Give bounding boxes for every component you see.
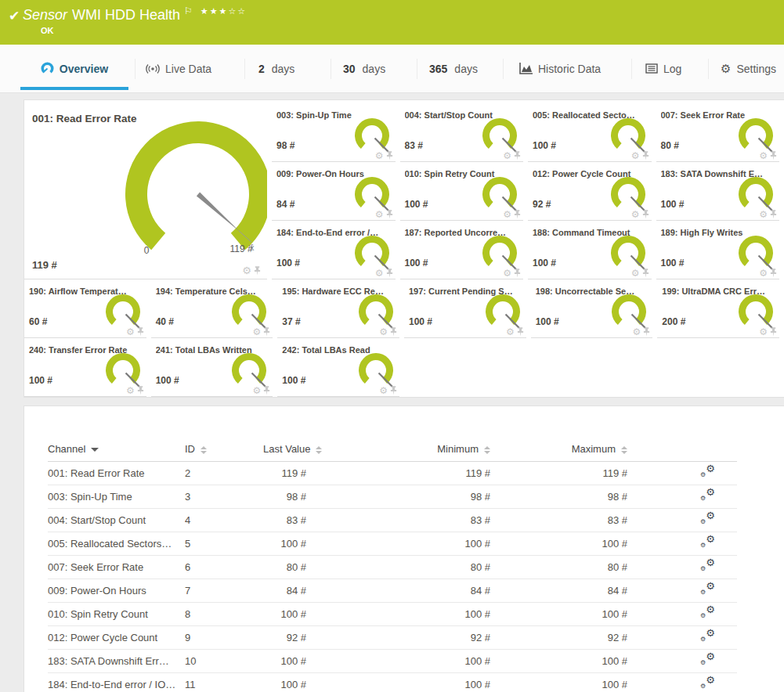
last-value-cell: 100 # bbox=[263, 532, 318, 555]
channel-settings-icon[interactable]: ⚙⚙ bbox=[700, 653, 715, 666]
pin-icon[interactable] bbox=[770, 269, 777, 278]
pin-icon[interactable] bbox=[386, 210, 393, 219]
channel-settings-icon[interactable]: ⚙⚙ bbox=[700, 676, 715, 690]
pin-icon[interactable] bbox=[390, 327, 397, 337]
tab-live-data[interactable]: Live Data bbox=[146, 45, 211, 92]
tab-2-days[interactable]: 2days bbox=[258, 45, 294, 92]
sensor-tab-bar: OverviewLive Data2days30days365daysHisto… bbox=[0, 45, 784, 93]
tab-overview[interactable]: Overview bbox=[20, 45, 128, 92]
gear-icon[interactable]: ⚙ bbox=[503, 210, 511, 219]
tab-settings[interactable]: ⚙Settings bbox=[721, 45, 776, 92]
pin-icon[interactable] bbox=[390, 386, 397, 395]
channel-settings-icon[interactable]: ⚙⚙ bbox=[700, 535, 715, 549]
pin-icon[interactable] bbox=[643, 327, 650, 337]
gauge-tile-actions: ⚙ bbox=[375, 210, 393, 219]
channel-settings-icon[interactable]: ⚙⚙ bbox=[700, 606, 715, 619]
gear-icon[interactable]: ⚙ bbox=[253, 327, 262, 337]
channel-cell[interactable]: 010: Spin Retry Count bbox=[48, 602, 185, 625]
pin-icon[interactable] bbox=[514, 210, 521, 219]
gear-icon[interactable]: ⚙ bbox=[759, 269, 768, 278]
gear-icon[interactable]: ⚙ bbox=[759, 327, 768, 337]
priority-stars[interactable]: ★★★☆☆ bbox=[201, 6, 247, 16]
gear-icon[interactable]: ⚙ bbox=[759, 151, 768, 160]
gear-icon[interactable]: ⚙ bbox=[126, 327, 135, 337]
pin-icon[interactable] bbox=[263, 327, 270, 337]
gear-icon[interactable]: ⚙ bbox=[633, 327, 641, 337]
gauge-tile-value: 119 # bbox=[32, 259, 57, 271]
gauge-tile-title: 189: High Fly Writes bbox=[661, 228, 777, 237]
gear-icon[interactable]: ⚙ bbox=[375, 151, 384, 160]
pin-icon[interactable] bbox=[254, 266, 261, 276]
pin-icon[interactable] bbox=[770, 210, 777, 219]
gear-icon[interactable]: ⚙ bbox=[759, 210, 768, 219]
pin-icon[interactable] bbox=[642, 269, 649, 278]
gauge-tile-actions: ⚙ bbox=[126, 327, 144, 337]
gauge-tile-title: 003: Spin-Up Time bbox=[276, 110, 392, 120]
table-header-row: ChannelIDLast ValueMinimumMaximum bbox=[48, 438, 737, 461]
minimum-cell: 100 # bbox=[318, 672, 494, 692]
gauge-tile-title: 188: Command Timeout bbox=[533, 228, 649, 237]
gauge-tile-value: 60 # bbox=[29, 316, 47, 327]
table-row: 003: Spin-Up Time398 #98 #98 #⚙⚙ bbox=[48, 485, 737, 508]
gear-icon[interactable]: ⚙ bbox=[631, 210, 640, 219]
gear-icon[interactable]: ⚙ bbox=[506, 327, 515, 337]
channel-settings-icon[interactable]: ⚙⚙ bbox=[700, 559, 715, 572]
gauge-tile-199: 199: UltraDMA CRC Err…200 #⚙ bbox=[657, 284, 779, 338]
channel-settings-icon[interactable]: ⚙⚙ bbox=[700, 629, 715, 643]
channel-settings-icon[interactable]: ⚙⚙ bbox=[700, 488, 715, 502]
pin-icon[interactable] bbox=[642, 210, 649, 219]
gauge-tile-242: 242: Total LBAs Read100 #⚙ bbox=[277, 343, 399, 397]
pin-icon[interactable] bbox=[517, 327, 524, 337]
channel-cell[interactable]: 184: End-to-End error / IO… bbox=[48, 672, 185, 692]
channel-settings-icon[interactable]: ⚙⚙ bbox=[700, 582, 715, 596]
channel-cell[interactable]: 007: Seek Error Rate bbox=[48, 555, 185, 578]
priority-flag-icon[interactable]: ⚐ bbox=[184, 5, 193, 16]
pin-icon[interactable] bbox=[137, 327, 144, 337]
column-header-channel[interactable]: Channel bbox=[48, 438, 185, 461]
gear-icon[interactable]: ⚙ bbox=[379, 386, 388, 395]
gauge-tile-009: 009: Power-On Hours84 #⚙ bbox=[272, 167, 396, 221]
column-header-maximum[interactable]: Maximum bbox=[494, 438, 631, 461]
gear-icon[interactable]: ⚙ bbox=[631, 151, 640, 160]
gauge-tile-240: 240: Transfer Error Rate100 #⚙ bbox=[24, 343, 146, 397]
pin-icon[interactable] bbox=[386, 269, 393, 278]
pin-icon[interactable] bbox=[386, 151, 393, 160]
channel-cell[interactable]: 005: Reallocated Sectors… bbox=[48, 532, 185, 555]
gear-icon[interactable]: ⚙ bbox=[253, 386, 262, 395]
gear-icon[interactable]: ⚙ bbox=[631, 269, 640, 278]
minimum-cell: 84 # bbox=[318, 578, 494, 602]
channel-settings-icon[interactable]: ⚙⚙ bbox=[700, 465, 715, 478]
channel-cell[interactable]: 001: Read Error Rate bbox=[48, 461, 185, 485]
gear-icon[interactable]: ⚙ bbox=[126, 386, 135, 395]
tab-30-days[interactable]: 30days bbox=[343, 45, 385, 92]
gear-icon[interactable]: ⚙ bbox=[242, 265, 251, 276]
gauge-tile-title: 010: Spin Retry Count bbox=[405, 169, 521, 178]
channel-cell[interactable]: 009: Power-On Hours bbox=[48, 578, 185, 602]
column-header-minimum[interactable]: Minimum bbox=[318, 438, 494, 461]
pin-icon[interactable] bbox=[514, 269, 521, 278]
column-label: Channel bbox=[48, 443, 85, 455]
tab-log[interactable]: Log bbox=[645, 45, 681, 92]
tab-365-days[interactable]: 365days bbox=[429, 45, 478, 92]
pin-icon[interactable] bbox=[770, 327, 777, 337]
pin-icon[interactable] bbox=[514, 151, 521, 160]
channel-settings-icon[interactable]: ⚙⚙ bbox=[700, 512, 715, 525]
tab-historic-data[interactable]: Historic Data bbox=[519, 45, 601, 92]
channel-cell[interactable]: 012: Power Cycle Count bbox=[48, 625, 185, 649]
pin-icon[interactable] bbox=[137, 386, 144, 395]
gauge-tile-003: 003: Spin-Up Time98 #⚙ bbox=[272, 108, 396, 162]
gauge-scale-min: 0 bbox=[144, 245, 150, 256]
gear-icon[interactable]: ⚙ bbox=[375, 269, 384, 278]
pin-icon[interactable] bbox=[642, 151, 649, 160]
column-header-last-value[interactable]: Last Value bbox=[263, 438, 318, 461]
pin-icon[interactable] bbox=[263, 386, 270, 395]
pin-icon[interactable] bbox=[770, 151, 777, 160]
channel-cell[interactable]: 003: Spin-Up Time bbox=[48, 485, 185, 508]
gear-icon[interactable]: ⚙ bbox=[375, 210, 384, 219]
column-header-id[interactable]: ID bbox=[185, 438, 263, 461]
gear-icon[interactable]: ⚙ bbox=[379, 327, 388, 337]
channel-cell[interactable]: 183: SATA Downshift Err… bbox=[48, 649, 185, 672]
channel-cell[interactable]: 004: Start/Stop Count bbox=[48, 508, 185, 532]
gear-icon[interactable]: ⚙ bbox=[503, 151, 511, 160]
gear-icon[interactable]: ⚙ bbox=[503, 269, 511, 278]
